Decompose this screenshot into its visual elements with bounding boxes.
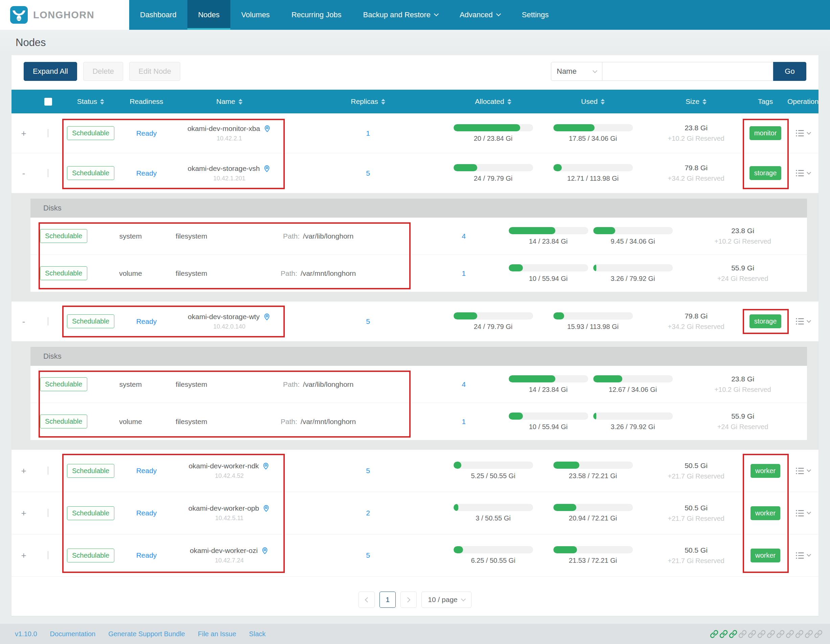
readiness-label: Ready <box>121 551 172 559</box>
operation-menu-button[interactable] <box>787 128 819 138</box>
nav-settings[interactable]: Settings <box>511 0 560 30</box>
disk-type: volume <box>97 417 165 426</box>
nav-nodes[interactable]: Nodes <box>187 0 231 30</box>
edit-node-button[interactable]: Edit Node <box>129 62 180 81</box>
location-pin-icon[interactable] <box>261 547 269 555</box>
sort-icon <box>507 99 512 105</box>
expand-all-button[interactable]: Expand All <box>24 62 77 81</box>
expand-toggle[interactable]: + <box>11 129 36 138</box>
row-checkbox[interactable] <box>36 317 60 325</box>
row-checkbox[interactable] <box>36 129 60 137</box>
disks-panel-vsh: Disks Schedulable system filesystem Path… <box>11 193 819 301</box>
replicas-count[interactable]: 2 <box>287 509 449 517</box>
node-ip: 10.42.0.140 <box>213 323 245 330</box>
node-name: okami-dev-worker-ozi <box>190 547 258 555</box>
documentation-link[interactable]: Documentation <box>50 630 96 638</box>
table-row: - Schedulable Ready okami-dev-storage-vs… <box>11 153 819 193</box>
location-pin-icon[interactable] <box>262 504 270 512</box>
disk-replicas-count[interactable]: 1 <box>418 417 509 426</box>
operation-menu-button[interactable] <box>787 509 819 518</box>
replicas-count[interactable]: 5 <box>287 317 449 325</box>
file-issue-link[interactable]: File an Issue <box>198 630 236 638</box>
row-checkbox[interactable] <box>36 467 60 475</box>
location-pin-icon[interactable] <box>262 462 270 470</box>
brand-logo[interactable]: LONGHORN <box>0 0 129 30</box>
table-row: + Schedulable Ready okami-dev-monitor-xb… <box>11 113 819 153</box>
allocated-meter: 24 / 79.79 Gi <box>449 312 537 331</box>
column-header-size[interactable]: Size <box>649 97 743 106</box>
support-bundle-link[interactable]: Generate Support Bundle <box>108 630 185 638</box>
column-header-allocated[interactable]: Allocated <box>449 97 537 106</box>
chevron-down-icon <box>807 170 811 174</box>
operation-menu-button[interactable] <box>787 168 819 178</box>
next-page-button[interactable] <box>401 592 417 608</box>
column-header-used[interactable]: Used <box>537 97 649 106</box>
disk-replicas-count[interactable]: 1 <box>418 270 509 278</box>
node-name-cell: okami-dev-monitor-xba 10.42.2.1 <box>172 125 287 142</box>
disk-replicas-count[interactable]: 4 <box>418 381 509 389</box>
operation-menu-button[interactable] <box>787 466 819 476</box>
status-badge: Schedulable <box>67 126 114 140</box>
node-tag: monitor <box>749 126 782 140</box>
page-number-1[interactable]: 1 <box>380 592 396 608</box>
operation-menu-button[interactable] <box>787 551 819 560</box>
used-meter: 12.71 / 113.98 Gi <box>537 164 649 182</box>
node-name-cell: okami-dev-storage-vsh 10.42.1.201 <box>172 165 287 182</box>
replicas-count[interactable]: 5 <box>287 551 449 559</box>
location-pin-icon[interactable] <box>263 313 271 321</box>
column-header-replicas[interactable]: Replicas <box>287 97 449 106</box>
nav-volumes[interactable]: Volumes <box>230 0 280 30</box>
version-link[interactable]: v1.10.0 <box>15 630 37 638</box>
disk-replicas-count[interactable]: 4 <box>418 232 509 240</box>
size-cell: 79.8 Gi+34.2 Gi Reserved <box>649 164 743 182</box>
select-all-checkbox[interactable] <box>36 98 60 106</box>
allocated-meter: 14 / 23.84 Gi <box>509 227 587 245</box>
link-status-icons <box>710 630 822 638</box>
used-meter: 20.94 / 72.21 Gi <box>537 504 649 522</box>
column-header-name[interactable]: Name <box>172 97 287 106</box>
status-badge: Schedulable <box>67 464 114 478</box>
search-input[interactable] <box>602 62 773 81</box>
column-header-tags[interactable]: Tags <box>743 97 787 106</box>
nav-recurring-jobs[interactable]: Recurring Jobs <box>281 0 352 30</box>
expand-toggle[interactable]: + <box>11 466 36 475</box>
nav-dashboard[interactable]: Dashboard <box>129 0 187 30</box>
collapse-toggle[interactable]: - <box>11 169 36 178</box>
page-size-select[interactable]: 10 / page <box>421 592 472 608</box>
operation-menu-button[interactable] <box>787 317 819 326</box>
replicas-count[interactable]: 5 <box>287 169 449 177</box>
collapse-toggle[interactable]: - <box>11 317 36 326</box>
expand-toggle[interactable]: + <box>11 551 36 560</box>
delete-button[interactable]: Delete <box>83 62 123 81</box>
status-badge: Schedulable <box>67 506 114 520</box>
go-button[interactable]: Go <box>773 62 806 81</box>
allocated-meter: 3 / 50.55 Gi <box>449 504 537 522</box>
size-cell: 23.8 Gi+10.2 Gi Reserved <box>678 375 807 393</box>
location-pin-icon[interactable] <box>263 125 271 133</box>
nav-backup-restore[interactable]: Backup and Restore <box>352 0 449 30</box>
expand-toggle[interactable]: + <box>11 509 36 517</box>
row-checkbox[interactable] <box>36 169 60 177</box>
column-header-status[interactable]: Status <box>60 97 121 106</box>
footer-links: v1.10.0 Documentation Generate Support B… <box>15 630 266 638</box>
chain-link-icon <box>748 630 756 638</box>
sort-icon <box>601 99 605 105</box>
disk-path: /var/lib/longhorn <box>303 232 353 240</box>
prev-page-button[interactable] <box>358 592 375 608</box>
node-name-cell: okami-dev-storage-wty 10.42.0.140 <box>172 313 287 330</box>
row-checkbox[interactable] <box>36 551 60 559</box>
disk-path: /var/lib/longhorn <box>303 381 353 389</box>
replicas-count[interactable]: 1 <box>287 129 449 137</box>
nav-advanced[interactable]: Advanced <box>449 0 511 30</box>
disk-fs-type: filesystem <box>176 232 207 240</box>
operation-list-icon <box>795 128 805 138</box>
slack-link[interactable]: Slack <box>249 630 266 638</box>
operation-list-icon <box>795 466 805 476</box>
filter-field-select[interactable]: Name <box>551 62 602 81</box>
brand-name: LONGHORN <box>33 10 94 21</box>
column-header-readiness[interactable]: Readiness <box>121 97 172 106</box>
allocated-meter: 10 / 55.94 Gi <box>509 264 587 282</box>
row-checkbox[interactable] <box>36 509 60 517</box>
replicas-count[interactable]: 5 <box>287 467 449 475</box>
location-pin-icon[interactable] <box>263 165 271 173</box>
